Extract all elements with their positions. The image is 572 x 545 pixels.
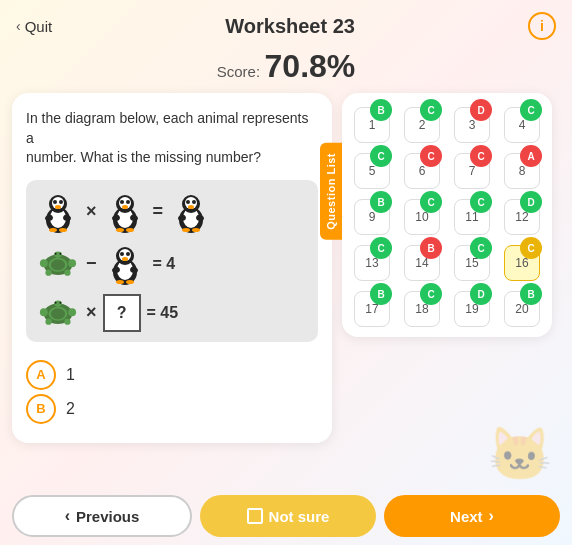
quit-label: Quit xyxy=(25,18,53,35)
not-sure-label: Not sure xyxy=(269,508,330,525)
question-badge-2: C xyxy=(420,99,442,121)
answer-option-a[interactable]: A 1 xyxy=(26,360,318,390)
svg-point-26 xyxy=(186,200,190,204)
question-badge-16: C xyxy=(520,237,542,259)
cat-decoration: 🐱 xyxy=(487,424,552,485)
question-badge-6: C xyxy=(420,145,442,167)
chevron-right-icon: › xyxy=(489,507,494,525)
question-cell-4[interactable]: C4 xyxy=(500,103,544,143)
svg-point-37 xyxy=(68,259,76,267)
question-cell-14[interactable]: B14 xyxy=(400,241,444,281)
diagram-row-3: × ? = 45 xyxy=(36,294,308,332)
diagram: × = xyxy=(26,180,318,342)
minus-op: − xyxy=(86,253,97,274)
diagram-row-1: × = xyxy=(36,190,308,234)
svg-point-39 xyxy=(64,269,70,275)
svg-point-28 xyxy=(188,205,194,209)
question-cell-18[interactable]: C18 xyxy=(400,287,444,327)
svg-point-5 xyxy=(59,200,63,204)
question-cell-15[interactable]: C15 xyxy=(450,241,494,281)
not-sure-button[interactable]: Not sure xyxy=(200,495,376,537)
question-badge-1: B xyxy=(370,99,392,121)
question-cell-6[interactable]: C6 xyxy=(400,149,444,189)
page-title: Worksheet 23 xyxy=(225,15,355,38)
quit-button[interactable]: ‹ Quit xyxy=(16,18,52,35)
question-cell-12[interactable]: D12 xyxy=(500,195,544,235)
penguin-icon xyxy=(36,190,80,234)
question-cell-3[interactable]: D3 xyxy=(450,103,494,143)
svg-point-58 xyxy=(68,308,76,316)
question-cell-11[interactable]: C11 xyxy=(450,195,494,235)
svg-point-47 xyxy=(120,252,124,256)
question-cell-13[interactable]: C13 xyxy=(350,241,394,281)
penguin-icon-3 xyxy=(169,190,213,234)
svg-point-4 xyxy=(53,200,57,204)
question-cell-1[interactable]: B1 xyxy=(350,103,394,143)
equals-result-2: = 4 xyxy=(153,255,176,273)
svg-point-21 xyxy=(126,228,134,232)
question-badge-12: D xyxy=(520,191,542,213)
question-cell-8[interactable]: A8 xyxy=(500,149,544,189)
svg-point-10 xyxy=(59,228,67,232)
question-badge-18: C xyxy=(420,283,442,305)
svg-point-27 xyxy=(192,200,196,204)
svg-point-49 xyxy=(122,257,128,261)
question-cell-5[interactable]: C5 xyxy=(350,149,394,189)
main-area: In the diagram below, each animal repres… xyxy=(0,93,572,443)
question-grid: B1C2D3C4C5C6C7A8B9C10C11D12C13B14C15C16B… xyxy=(350,103,544,327)
option-a-circle: A xyxy=(26,360,56,390)
question-badge-4: C xyxy=(520,99,542,121)
question-cell-7[interactable]: C7 xyxy=(450,149,494,189)
question-cell-17[interactable]: B17 xyxy=(350,287,394,327)
svg-point-17 xyxy=(122,205,128,209)
question-badge-9: B xyxy=(370,191,392,213)
question-card: In the diagram below, each animal repres… xyxy=(12,93,332,443)
svg-point-48 xyxy=(126,252,130,256)
score-label: Score: xyxy=(217,63,260,80)
svg-point-59 xyxy=(45,318,51,324)
svg-point-38 xyxy=(45,269,51,275)
svg-point-42 xyxy=(59,253,61,255)
equals-op: = xyxy=(153,201,164,222)
question-cell-9[interactable]: B9 xyxy=(350,195,394,235)
answer-options: A 1 B 2 xyxy=(26,356,318,424)
question-badge-11: C xyxy=(470,191,492,213)
svg-point-41 xyxy=(55,253,57,255)
info-button[interactable]: i xyxy=(528,12,556,40)
question-badge-10: C xyxy=(420,191,442,213)
diagram-row-2: − = 4 xyxy=(36,242,308,286)
question-cell-10[interactable]: C10 xyxy=(400,195,444,235)
question-badge-20: B xyxy=(520,283,542,305)
penguin-icon-4 xyxy=(103,242,147,286)
svg-point-57 xyxy=(40,308,48,316)
previous-button[interactable]: ‹ Previous xyxy=(12,495,192,537)
info-icon: i xyxy=(540,18,544,34)
question-text: In the diagram below, each animal repres… xyxy=(26,109,318,168)
answer-option-b[interactable]: B 2 xyxy=(26,394,318,424)
next-button[interactable]: Next › xyxy=(384,495,560,537)
question-badge-13: C xyxy=(370,237,392,259)
turtle-icon-2 xyxy=(36,297,80,329)
svg-point-15 xyxy=(120,200,124,204)
question-cell-16[interactable]: C16 xyxy=(500,241,544,281)
question-badge-8: A xyxy=(520,145,542,167)
svg-point-6 xyxy=(55,205,61,209)
option-a-value: 1 xyxy=(66,366,75,384)
question-list-container: Question List B1C2D3C4C5C6C7A8B9C10C11D1… xyxy=(342,93,560,443)
svg-point-36 xyxy=(40,259,48,267)
question-list-tab[interactable]: Question List xyxy=(320,143,342,240)
question-cell-20[interactable]: B20 xyxy=(500,287,544,327)
question-badge-19: D xyxy=(470,283,492,305)
svg-point-16 xyxy=(126,200,130,204)
checkbox-icon xyxy=(247,508,263,524)
question-cell-19[interactable]: D19 xyxy=(450,287,494,327)
next-label: Next xyxy=(450,508,483,525)
previous-label: Previous xyxy=(76,508,139,525)
question-cell-2[interactable]: C2 xyxy=(400,103,444,143)
svg-point-62 xyxy=(55,302,57,304)
question-badge-5: C xyxy=(370,145,392,167)
question-badge-14: B xyxy=(420,237,442,259)
svg-point-31 xyxy=(182,228,190,232)
score-value: 70.8% xyxy=(265,48,356,84)
svg-point-20 xyxy=(116,228,124,232)
